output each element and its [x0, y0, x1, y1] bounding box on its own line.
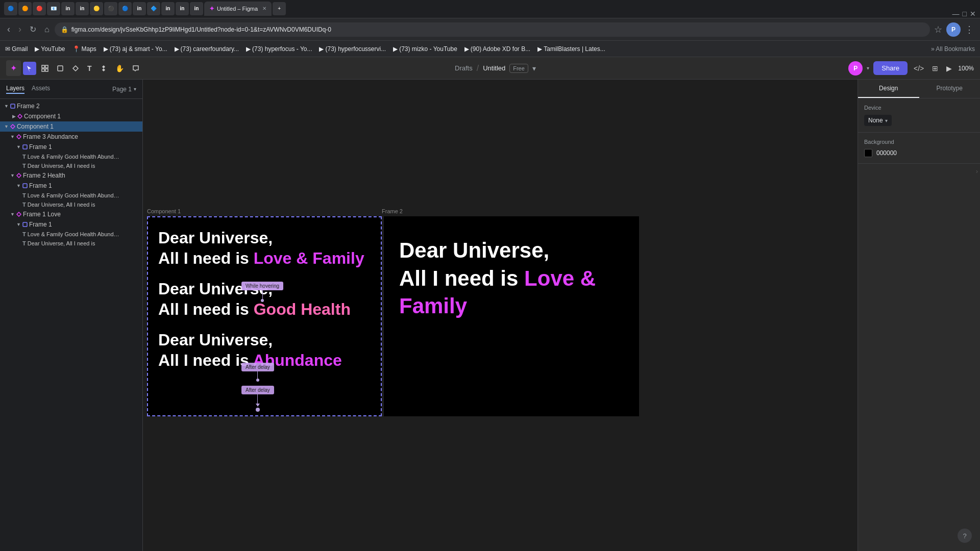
drafts-label: Drafts: [455, 64, 473, 72]
tab-favicon-12[interactable]: in: [161, 2, 175, 15]
pen-tool[interactable]: [69, 62, 82, 75]
profile-avatar[interactable]: P: [946, 22, 961, 37]
bookmark-gmail[interactable]: ✉ Gmail: [5, 45, 28, 53]
bookmark-tamil[interactable]: ▶ TamilBlasters | Lates...: [537, 45, 605, 53]
layer-item-frame1b[interactable]: ▼ Frame 1: [0, 181, 142, 191]
background-color-row: 000000: [864, 149, 974, 157]
layer-item-text1[interactable]: T Love & Family Good Health Abundance: [0, 152, 142, 161]
svg-marker-7: [11, 124, 15, 129]
figma-tab-icon: ✦: [209, 5, 214, 12]
minimize-button[interactable]: —: [952, 10, 960, 18]
close-window-button[interactable]: ✕: [970, 10, 976, 18]
layer-item-frame2[interactable]: ▼ Frame 2: [0, 101, 142, 111]
frame2-canvas-label: Frame 2: [382, 208, 403, 214]
tab-favicon-1[interactable]: 🔵: [4, 2, 17, 15]
component1-frame[interactable]: Dear Universe, All I need is Love & Fami…: [147, 216, 382, 416]
layer-item-frame3[interactable]: ▼ Frame 3 Abundance: [0, 132, 142, 142]
active-tab[interactable]: ✦ Untitled – Figma ✕: [204, 2, 272, 16]
component-tool[interactable]: [97, 62, 110, 75]
frame-tool[interactable]: [38, 62, 52, 75]
layer-item-frame2h[interactable]: ▼ Frame 2 Health: [0, 170, 142, 181]
figma-menu-button[interactable]: ✦: [6, 60, 21, 76]
bookmark-aj[interactable]: ▶ (73) aj & smart - Yo...: [104, 45, 167, 53]
panel-tab-design[interactable]: Design: [858, 80, 919, 98]
layer-item-text2[interactable]: T Dear Universe, All I need is: [0, 161, 142, 170]
layer-item-text6[interactable]: T Dear Universe, All I need is: [0, 239, 142, 248]
tab-favicon-8[interactable]: ⚫: [104, 2, 117, 15]
page-selector[interactable]: Page 1 ▾: [112, 86, 136, 93]
layer-item-comp1-selected[interactable]: ▼ Component 1: [0, 121, 142, 132]
tab-favicon-10[interactable]: in: [133, 2, 146, 15]
all-bookmarks[interactable]: » All Bookmarks: [931, 45, 975, 53]
select-tool[interactable]: [23, 62, 36, 75]
background-color-value[interactable]: 000000: [876, 149, 897, 157]
figma-logo-icon: ✦: [10, 63, 17, 73]
hand-tool[interactable]: ✋: [112, 61, 127, 76]
layer-item-frame1c[interactable]: ▼ Frame 1: [0, 219, 142, 230]
url-bar[interactable]: 🔒 figma.com/design/jvSseKbGhhp1zP9liMHgd…: [55, 22, 930, 37]
layer-item-frame1love[interactable]: ▼ Frame 1 Love: [0, 209, 142, 219]
bookmark-adobe[interactable]: ▶ (90) Adobe XD for B...: [464, 45, 530, 53]
user-avatar[interactable]: P: [848, 61, 863, 76]
reload-button[interactable]: ↻: [27, 22, 39, 36]
sidebar-tab-group: Layers Assets: [6, 85, 50, 94]
shape-tool[interactable]: [54, 62, 67, 75]
tab-favicon-2[interactable]: 🟠: [18, 2, 32, 15]
tab-favicon-3[interactable]: 🔴: [33, 2, 46, 15]
background-color-swatch[interactable]: [864, 149, 872, 157]
home-button[interactable]: ⌂: [41, 23, 53, 36]
frame2-preview[interactable]: Dear Universe, All I need is Love & Fami…: [384, 216, 639, 416]
bookmark-mizko[interactable]: ▶ (73) mizko - YouTube: [393, 45, 457, 53]
tab-favicon-6[interactable]: in: [76, 2, 89, 15]
layer-label: Frame 1: [29, 143, 52, 151]
avatar-dropdown-icon[interactable]: ▾: [867, 65, 869, 71]
share-button[interactable]: Share: [873, 61, 908, 75]
bookmark-hyperfocus2[interactable]: ▶ (73) hyperfocusservi...: [319, 45, 386, 53]
layer-label: Dear Universe, All I need is: [28, 163, 95, 169]
page-dropdown-icon: ▾: [134, 86, 136, 92]
frame2-content: Dear Universe, All I need is Love & Fami…: [384, 216, 639, 331]
svg-rect-2: [42, 69, 44, 71]
tab-assets[interactable]: Assets: [32, 85, 50, 94]
text-tool[interactable]: T: [84, 61, 95, 76]
panel-collapse-icon[interactable]: ›: [976, 168, 978, 175]
app-body: Layers Assets Page 1 ▾ ▼ Frame 2 ▶ Compo…: [0, 80, 980, 551]
expand-icon: ▼: [16, 183, 21, 188]
dropdown-chevron-icon[interactable]: ▾: [532, 64, 536, 72]
layer-item-text3[interactable]: T Love & Family Good Health Abundance: [0, 191, 142, 200]
layer-item-text5[interactable]: T Love & Family Good Health Abundance: [0, 230, 142, 239]
tab-favicon-7[interactable]: 🟡: [90, 2, 103, 15]
tab-favicon-14[interactable]: in: [190, 2, 203, 15]
text-love-family: All I need is Love & Family: [158, 248, 371, 268]
layer-item-text4[interactable]: T Dear Universe, All I need is: [0, 200, 142, 209]
zoom-level[interactable]: 100%: [958, 65, 974, 72]
comment-tool[interactable]: [129, 62, 142, 75]
panel-tab-prototype[interactable]: Prototype: [919, 80, 981, 98]
bookmark-youtube[interactable]: ▶ YouTube: [35, 45, 65, 53]
back-button[interactable]: ‹: [4, 22, 13, 37]
device-value[interactable]: None ▾: [864, 115, 892, 126]
layer-item-comp1-child[interactable]: ▶ Component 1: [0, 111, 142, 121]
present-button[interactable]: ▶: [944, 62, 954, 74]
bookmark-maps[interactable]: 📍 Maps: [72, 45, 96, 53]
forward-button[interactable]: ›: [15, 22, 24, 37]
bookmark-hyperfocus[interactable]: ▶ (73) hyperfocus - Yo...: [246, 45, 312, 53]
tab-favicon-13[interactable]: in: [176, 2, 189, 15]
grid-view-button[interactable]: ⊞: [930, 62, 940, 74]
tab-favicon-5[interactable]: in: [61, 2, 75, 15]
layer-label: Dear Universe, All I need is: [28, 202, 95, 208]
maximize-button[interactable]: □: [963, 10, 967, 18]
bookmark-star-button[interactable]: ☆: [932, 22, 944, 37]
help-button[interactable]: ?: [958, 529, 972, 543]
tab-new-button[interactable]: +: [273, 2, 286, 15]
tab-favicon-9[interactable]: 🔵: [118, 2, 132, 15]
tab-favicon-11[interactable]: 🔷: [147, 2, 160, 15]
code-view-button[interactable]: </>: [912, 62, 926, 74]
tab-layers[interactable]: Layers: [6, 85, 24, 94]
figma-tab-close[interactable]: ✕: [262, 6, 266, 11]
tab-favicon-4[interactable]: 📧: [47, 2, 60, 15]
layer-item-frame1a[interactable]: ▼ Frame 1: [0, 142, 142, 152]
frame2-love-family: Love & Family: [399, 266, 596, 318]
bookmark-career[interactable]: ▶ (73) careerfoundary...: [175, 45, 239, 53]
menu-button[interactable]: ⋮: [963, 22, 976, 37]
